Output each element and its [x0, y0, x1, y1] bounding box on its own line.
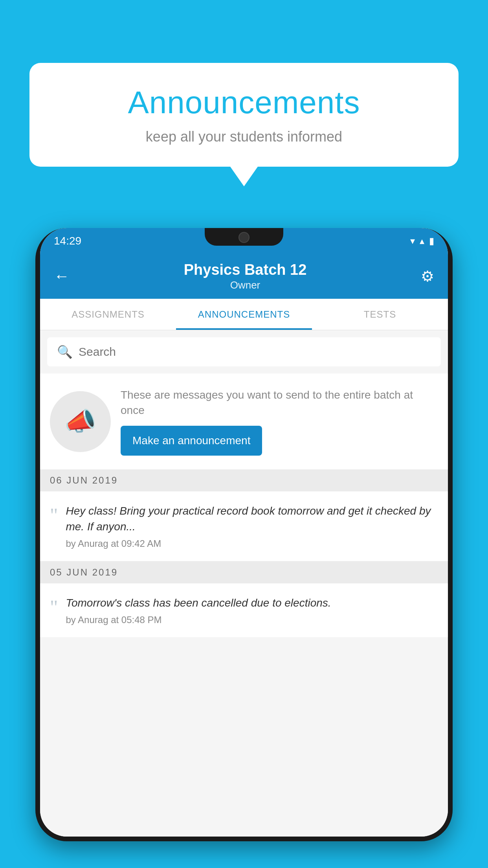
tabs-bar: ASSIGNMENTS ANNOUNCEMENTS TESTS — [40, 299, 448, 330]
quote-icon-2: " — [50, 597, 58, 617]
search-container: 🔍 — [47, 337, 441, 366]
batch-role: Owner — [184, 279, 307, 291]
tab-assignments[interactable]: ASSIGNMENTS — [40, 299, 176, 330]
search-input[interactable] — [79, 345, 431, 359]
back-button[interactable]: ← — [54, 267, 70, 285]
date-separator-2: 05 JUN 2019 — [40, 561, 448, 583]
phone-mockup: 14:29 ▾ ▴ ▮ ← Physics Batch 12 Owner ⚙ — [35, 228, 453, 868]
promo-icon-circle: 📣 — [50, 391, 111, 452]
wifi-icon: ▾ — [410, 235, 415, 246]
make-announcement-button[interactable]: Make an announcement — [121, 426, 262, 456]
promo-card: 📣 These are messages you want to send to… — [40, 373, 448, 469]
announcement-item-2[interactable]: " Tomorrow's class has been cancelled du… — [40, 583, 448, 637]
tab-announcements[interactable]: ANNOUNCEMENTS — [176, 299, 312, 330]
megaphone-icon: 📣 — [64, 406, 96, 436]
quote-icon-1: " — [50, 505, 58, 525]
battery-icon: ▮ — [429, 235, 434, 246]
announcement-text-area-1: Hey class! Bring your practical record b… — [66, 503, 438, 549]
tab-tests[interactable]: TESTS — [312, 299, 448, 330]
announcement-text-2: Tomorrow's class has been cancelled due … — [66, 595, 438, 611]
batch-title: Physics Batch 12 — [184, 261, 307, 278]
phone-notch — [205, 228, 283, 246]
speech-bubble-title: Announcements — [53, 85, 435, 121]
announcement-text-1: Hey class! Bring your practical record b… — [66, 503, 438, 534]
status-icons: ▾ ▴ ▮ — [410, 235, 434, 246]
app-header: ← Physics Batch 12 Owner ⚙ — [40, 254, 448, 299]
date-separator-1: 06 JUN 2019 — [40, 469, 448, 491]
announcement-meta-1: by Anurag at 09:42 AM — [66, 538, 438, 549]
promo-description: These are messages you want to send to t… — [121, 387, 438, 418]
front-camera — [238, 232, 250, 243]
speech-bubble: Announcements keep all your students inf… — [29, 63, 459, 167]
signal-icon: ▴ — [420, 235, 424, 246]
speech-bubble-subtitle: keep all your students informed — [53, 129, 435, 145]
phone-screen: 14:29 ▾ ▴ ▮ ← Physics Batch 12 Owner ⚙ — [40, 228, 448, 837]
speech-bubble-arrow — [230, 167, 258, 186]
search-icon: 🔍 — [57, 344, 73, 359]
phone-frame: 14:29 ▾ ▴ ▮ ← Physics Batch 12 Owner ⚙ — [35, 228, 453, 841]
announcement-meta-2: by Anurag at 05:48 PM — [66, 614, 438, 625]
content-area: 🔍 📣 These are messages you want to send … — [40, 330, 448, 837]
status-time: 14:29 — [54, 235, 81, 247]
announcement-item-1[interactable]: " Hey class! Bring your practical record… — [40, 491, 448, 561]
speech-bubble-container: Announcements keep all your students inf… — [29, 63, 459, 186]
header-title-area: Physics Batch 12 Owner — [184, 261, 307, 291]
promo-text-area: These are messages you want to send to t… — [121, 387, 438, 456]
settings-icon[interactable]: ⚙ — [421, 268, 434, 285]
announcement-text-area-2: Tomorrow's class has been cancelled due … — [66, 595, 438, 625]
